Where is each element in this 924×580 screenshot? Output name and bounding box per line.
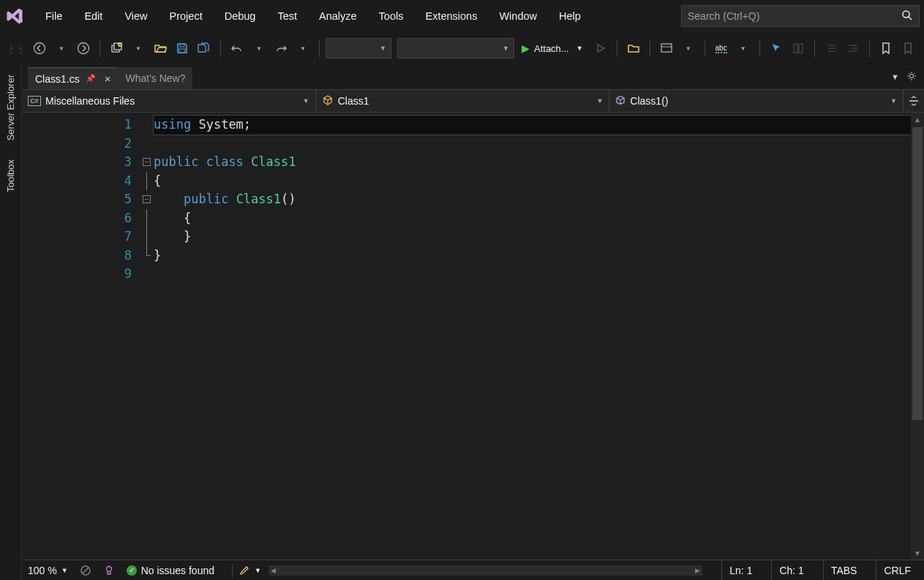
svg-point-3 bbox=[78, 43, 89, 54]
search-icon bbox=[901, 10, 913, 23]
spellcheck-dropdown[interactable]: ▼ bbox=[733, 38, 754, 59]
tab-toolbox[interactable]: Toolbox bbox=[3, 155, 18, 197]
nav-back-dropdown[interactable]: ▼ bbox=[51, 38, 72, 59]
spellcheck-button[interactable]: abc bbox=[711, 38, 732, 59]
menu-debug[interactable]: Debug bbox=[214, 6, 266, 26]
document-tabstrip: Class1.cs 📌 × What's New? ▼ bbox=[22, 64, 924, 89]
csharp-badge-icon: C# bbox=[28, 96, 41, 106]
svg-line-23 bbox=[83, 568, 89, 573]
nav-back-button[interactable] bbox=[29, 38, 50, 59]
pin-icon[interactable]: 📌 bbox=[86, 74, 96, 83]
indent-more-button bbox=[843, 38, 863, 59]
code-editor[interactable]: 1 2 3 4 5 6 7 8 9 − − bbox=[22, 113, 924, 560]
main-area: Server Explorer Toolbox Class1.cs 📌 × Wh… bbox=[0, 64, 924, 580]
tab-class1[interactable]: Class1.cs 📌 × bbox=[28, 67, 118, 89]
nav-type-label: Class1 bbox=[338, 95, 369, 107]
menu-edit[interactable]: Edit bbox=[74, 6, 113, 26]
scroll-up-arrow[interactable]: ▲ bbox=[911, 113, 924, 126]
menu-file[interactable]: File bbox=[35, 6, 72, 26]
new-project-dropdown[interactable]: ▼ bbox=[128, 38, 149, 59]
window-layout-button[interactable] bbox=[656, 38, 677, 59]
status-char[interactable]: Ch: 1 bbox=[771, 560, 811, 580]
svg-rect-10 bbox=[661, 44, 672, 52]
svg-point-0 bbox=[903, 11, 909, 18]
bookmark-button[interactable] bbox=[876, 38, 896, 59]
start-without-debug-button[interactable] bbox=[590, 38, 611, 59]
solution-config-combo[interactable]: ▼ bbox=[326, 38, 391, 59]
redo-button[interactable] bbox=[271, 38, 291, 59]
tab-label: Class1.cs bbox=[35, 73, 80, 85]
svg-point-20 bbox=[910, 75, 914, 78]
status-line[interactable]: Ln: 1 bbox=[721, 560, 759, 580]
menu-help[interactable]: Help bbox=[549, 6, 591, 26]
scroll-down-arrow[interactable]: ▼ bbox=[911, 546, 924, 560]
nav-forward-button[interactable] bbox=[73, 38, 94, 59]
hscroll-right[interactable]: ▶ bbox=[692, 565, 702, 576]
brush-icon[interactable]: ▼ bbox=[238, 565, 261, 576]
navigation-bar: C# Miscellaneous Files ▼ Class1 ▼ Class1… bbox=[22, 89, 924, 113]
horizontal-scrollbar[interactable]: ◀ ▶ bbox=[268, 565, 702, 576]
undo-button[interactable] bbox=[227, 38, 247, 59]
undo-dropdown[interactable]: ▼ bbox=[249, 38, 269, 59]
status-tabs[interactable]: TABS bbox=[823, 560, 865, 580]
vertical-scrollbar[interactable]: ▲ ▼ bbox=[911, 113, 924, 560]
close-icon[interactable]: × bbox=[105, 72, 111, 85]
tab-label: What's New? bbox=[125, 72, 185, 84]
toolbar: ⋮⋮ ▼ ✦ ▼ ▼ ▼ ▼ ▼ ▶ Attach... ▼ ▼ bbox=[0, 32, 924, 64]
save-all-button[interactable] bbox=[194, 38, 214, 59]
tab-server-explorer[interactable]: Server Explorer bbox=[3, 70, 18, 145]
save-button[interactable] bbox=[172, 38, 192, 59]
disabled-btn-1 bbox=[788, 38, 808, 59]
menu-project[interactable]: Project bbox=[159, 6, 213, 26]
svg-line-1 bbox=[909, 17, 912, 20]
new-project-button[interactable]: ✦ bbox=[106, 38, 127, 59]
code-content[interactable]: using System; public class Class1 { publ… bbox=[154, 113, 911, 560]
bookmark-disabled-button bbox=[898, 38, 918, 59]
start-debug-button[interactable]: ▶ Attach... ▼ bbox=[516, 38, 589, 59]
redo-dropdown[interactable]: ▼ bbox=[293, 38, 313, 59]
zoom-control[interactable]: 100 %▼ bbox=[28, 565, 68, 576]
nav-scope-label: Miscellaneous Files bbox=[45, 95, 135, 107]
cursor-arrow-icon[interactable] bbox=[766, 38, 786, 59]
split-editor-button[interactable] bbox=[904, 90, 924, 112]
menu-extensions[interactable]: Extensions bbox=[415, 6, 487, 26]
method-icon bbox=[615, 95, 626, 108]
class-icon bbox=[322, 94, 334, 108]
issues-indicator[interactable]: ✓ No issues found bbox=[127, 565, 214, 576]
hscroll-left[interactable]: ◀ bbox=[268, 565, 279, 576]
svg-point-2 bbox=[34, 43, 45, 54]
scroll-thumb[interactable] bbox=[912, 127, 923, 420]
vs-logo-icon bbox=[4, 6, 25, 26]
tabwell-dropdown[interactable]: ▼ bbox=[891, 72, 899, 81]
solution-platform-combo[interactable]: ▼ bbox=[397, 38, 514, 59]
insights-icon[interactable] bbox=[103, 565, 115, 576]
nav-member-combo[interactable]: Class1() ▼ bbox=[609, 90, 904, 112]
check-icon: ✓ bbox=[127, 565, 137, 576]
menu-analyze[interactable]: Analyze bbox=[309, 6, 367, 26]
search-placeholder: Search (Ctrl+Q) bbox=[688, 10, 759, 22]
status-crlf[interactable]: CRLF bbox=[876, 560, 918, 580]
fold-toggle[interactable]: − bbox=[143, 158, 151, 166]
tab-whats-new[interactable]: What's New? bbox=[118, 67, 192, 89]
editor-area: Class1.cs 📌 × What's New? ▼ C# Miscellan… bbox=[22, 64, 924, 580]
line-number-gutter: 1 2 3 4 5 6 7 8 9 bbox=[22, 113, 139, 560]
menu-view[interactable]: View bbox=[114, 6, 157, 26]
start-label: Attach... bbox=[534, 43, 569, 54]
search-box[interactable]: Search (Ctrl+Q) bbox=[681, 5, 920, 27]
tabwell-settings-icon[interactable] bbox=[906, 71, 917, 83]
find-in-files-button[interactable] bbox=[623, 38, 644, 59]
menu-window[interactable]: Window bbox=[489, 6, 547, 26]
window-layout-dropdown[interactable]: ▼ bbox=[678, 38, 699, 59]
fold-toggle[interactable]: − bbox=[143, 195, 151, 203]
menubar: File Edit View Project Debug Test Analyz… bbox=[0, 0, 924, 32]
error-indicator[interactable] bbox=[80, 565, 91, 576]
open-file-button[interactable] bbox=[150, 38, 170, 59]
nav-scope-combo[interactable]: C# Miscellaneous Files ▼ bbox=[22, 90, 316, 112]
menu-tools[interactable]: Tools bbox=[369, 6, 414, 26]
outlining-margin[interactable]: − − bbox=[139, 113, 154, 560]
play-icon: ▶ bbox=[522, 42, 530, 54]
nav-type-combo[interactable]: Class1 ▼ bbox=[316, 90, 610, 112]
svg-point-25 bbox=[241, 573, 242, 574]
svg-rect-12 bbox=[794, 44, 797, 53]
menu-test[interactable]: Test bbox=[267, 6, 307, 26]
